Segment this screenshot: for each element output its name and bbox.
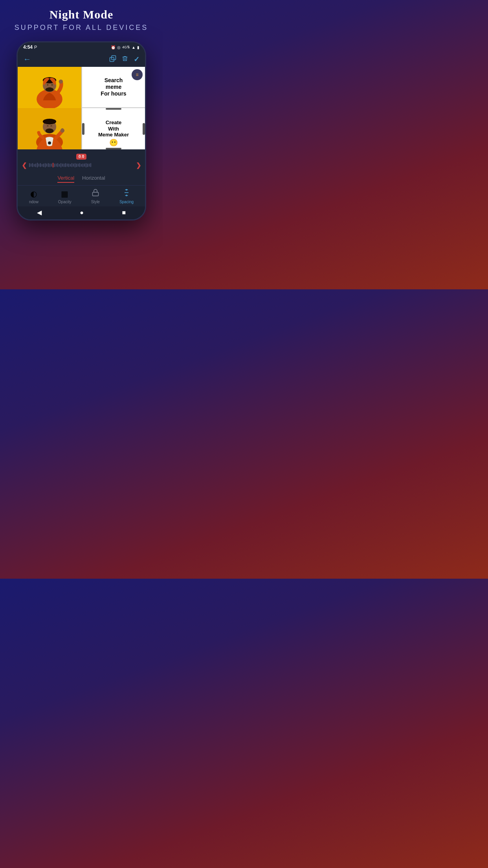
svg-point-12 <box>43 119 56 124</box>
shadow-label: ndow <box>29 200 39 204</box>
style-label: Style <box>91 200 100 204</box>
style-icon <box>92 189 99 199</box>
data-icon: 4G⇅ <box>122 45 130 49</box>
svg-rect-15 <box>61 128 63 131</box>
svg-point-7 <box>46 88 54 92</box>
side-handle-right[interactable] <box>143 123 145 135</box>
meme-text-bottom-cell[interactable]: Create With Meme Maker 😶 <box>81 108 145 149</box>
drag-line-bottom <box>106 148 121 149</box>
alarm-icon: ⏰ <box>111 45 116 50</box>
spacing-icon <box>123 189 130 199</box>
copy-button[interactable] <box>109 55 116 64</box>
meme-top-text[interactable]: Search meme For hours <box>101 77 126 97</box>
drag-line-top <box>106 108 121 110</box>
slider-section: 0.0 ❮ <box>18 149 145 171</box>
svg-point-8 <box>59 79 63 84</box>
header-section: Night Mode Support for all devices <box>0 0 163 36</box>
tab-horizontal[interactable]: Horizontal <box>82 174 105 183</box>
toolbar-actions: ✓ <box>109 55 139 64</box>
slider-right-arrow[interactable]: ❯ <box>136 162 141 169</box>
slider-value-bubble: 0.0 <box>76 154 86 160</box>
meme-text-top-cell[interactable]: ≡ Search meme For hours <box>81 67 145 108</box>
parking-icon: P <box>34 45 37 50</box>
signal-icon: ▲ <box>132 45 136 50</box>
opacity-icon: ▦ <box>61 189 68 199</box>
toolbar-item-opacity[interactable]: ▦ Opacity <box>58 189 72 204</box>
status-icons: ⏰ ◎ 4G⇅ ▲ ▮ <box>111 45 139 50</box>
slider-track[interactable] <box>29 161 134 169</box>
battery-icon: ▮ <box>137 45 139 50</box>
drake-top-cell <box>18 67 81 108</box>
bottom-toolbar: ◐ ndow ▦ Opacity Style <box>18 185 145 206</box>
side-handle-left[interactable] <box>82 123 84 135</box>
back-button[interactable]: ← <box>23 55 31 64</box>
layers-button[interactable]: ≡ <box>132 69 143 80</box>
slider-ticks-container <box>29 162 134 168</box>
tab-row: Vertical Horizontal <box>18 171 145 185</box>
meme-bottom-text[interactable]: Create With Meme Maker <box>98 120 129 138</box>
nav-home-button[interactable]: ● <box>80 209 84 216</box>
drake-bottom-cell <box>18 108 81 149</box>
toolbar-item-spacing[interactable]: Spacing <box>119 189 134 204</box>
app-toolbar: ← ✓ <box>18 51 145 67</box>
meme-canvas: ≡ Search meme For hours <box>18 67 145 149</box>
nav-back-button[interactable]: ◀ <box>37 209 42 216</box>
slider-row: ❮ <box>22 161 141 169</box>
check-button[interactable]: ✓ <box>134 55 139 64</box>
spacing-label: Spacing <box>119 200 134 204</box>
toolbar-item-style[interactable]: Style <box>91 189 100 204</box>
wifi-icon: ◎ <box>117 45 121 50</box>
status-time: 4:54 <box>23 44 33 50</box>
system-nav: ◀ ● ■ <box>18 206 145 219</box>
status-bar: 4:54 P ⏰ ◎ 4G⇅ ▲ ▮ <box>18 42 145 51</box>
svg-point-13 <box>46 129 54 133</box>
delete-button[interactable] <box>122 55 128 64</box>
emoji-button[interactable]: 😶 <box>109 138 118 147</box>
svg-point-10 <box>48 142 51 145</box>
slider-left-arrow[interactable]: ❮ <box>22 162 27 169</box>
svg-rect-16 <box>92 192 98 196</box>
app-subtitle: Support for all devices <box>8 24 155 32</box>
opacity-label: Opacity <box>58 200 72 204</box>
app-title: Night Mode <box>8 8 155 21</box>
toolbar-item-shadow[interactable]: ◐ ndow <box>29 189 39 204</box>
tab-vertical[interactable]: Vertical <box>57 174 74 183</box>
nav-recent-button[interactable]: ■ <box>122 209 126 216</box>
svg-point-6 <box>51 84 53 86</box>
phone-frame: 4:54 P ⏰ ◎ 4G⇅ ▲ ▮ ← <box>17 41 146 221</box>
layers-icon: ≡ <box>136 72 138 77</box>
shadow-icon: ◐ <box>30 189 37 199</box>
svg-point-5 <box>47 84 48 86</box>
